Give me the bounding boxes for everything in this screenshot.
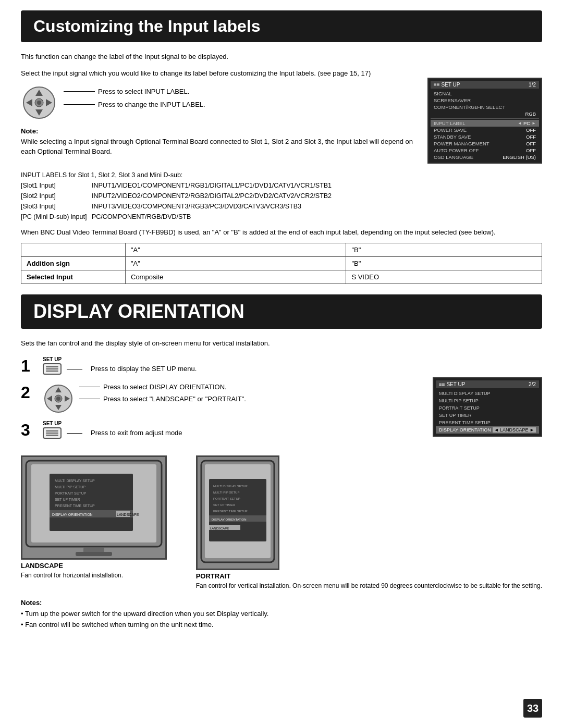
svg-point-13	[56, 397, 60, 401]
step3-menu-line-1	[46, 430, 58, 431]
remote-arrows-icon	[21, 84, 57, 121]
step2-text2: Press to select "LANDSCAPE" or "PORTRAIT…	[103, 395, 246, 403]
step1-text: Press to display the SET UP menu.	[91, 364, 197, 374]
setup2-row-orientation: DISPLAY ORIENTATION ◄ LANDSCAPE ►	[436, 426, 539, 434]
section2-title: DISPLAY ORIENTATION	[33, 301, 530, 323]
input-labels-section: INPUT LABELS for Slot 1, Slot 2, Slot 3 …	[21, 170, 542, 222]
diagram-line-2	[64, 104, 95, 105]
note-title: Note:	[21, 127, 38, 135]
table-cell-addition-a: "A"	[126, 256, 346, 270]
setup-row-power-mgmt: POWER MANAGEMENTOFF	[431, 140, 539, 147]
setup2-row-4: SET UP TIMER	[436, 412, 539, 419]
landscape-screenshot: MULTI DISPLAY SETUP MULTI PIP SETUP PORT…	[21, 455, 167, 560]
note-item-2: • Fan control will be switched when turn…	[21, 621, 213, 628]
setup-row-standby: STANDBY SAVEOFF	[431, 133, 539, 140]
table-row-selected-input: Selected Input Composite S VIDEO	[21, 270, 542, 283]
intro-line1: This function can change the label of th…	[21, 52, 417, 62]
setup2-row-5: PRESENT TIME SETUP	[436, 419, 539, 426]
table-cell-addition-b: "B"	[346, 256, 542, 270]
menu-line-3	[46, 371, 58, 372]
svg-text:DISPLAY ORIENTATION: DISPLAY ORIENTATION	[52, 513, 93, 516]
notes-title: Notes:	[21, 599, 42, 607]
table-cell-empty	[21, 243, 126, 256]
setup-divider	[431, 118, 539, 119]
input-labels-title: INPUT LABELS for Slot 1, Slot 2, Slot 3 …	[21, 170, 542, 180]
svg-text:LANDSCAPE: LANDSCAPE	[210, 527, 229, 530]
setup-screenshot: ≡≡ SET UP 1/2 SIGNAL SCREENSAVER COMPONE…	[427, 78, 542, 164]
step2-line1	[79, 387, 100, 387]
setup-header: ≡≡ SET UP 1/2	[431, 81, 539, 89]
setup2-header-right: 2/2	[529, 381, 536, 387]
setup2-row-2: MULTI PIP SETUP	[436, 397, 539, 404]
step1-arrow-line	[67, 369, 82, 369]
addition-table: "A" "B" Addition sign "A" "B" Selected I…	[21, 243, 542, 284]
table-cell-b-header: "B"	[346, 243, 542, 256]
step3-arrow-line	[67, 433, 82, 434]
notes-section: Notes: • Turn up the power switch for th…	[21, 598, 542, 630]
portrait-section: MULTI DISPLAY SETUP MULTI PIP SETUP PORT…	[196, 455, 542, 590]
svg-point-6	[37, 101, 41, 105]
portrait-desc: Fan control for vertical installation. O…	[196, 581, 542, 590]
bnc-text: When BNC Dual Video Terminal Board (TY-F…	[21, 227, 542, 238]
svg-text:MULTI PIP SETUP: MULTI PIP SETUP	[213, 491, 239, 494]
page-number: 33	[523, 699, 542, 718]
setup-row-power-save: POWER SAVEOFF	[431, 127, 539, 133]
svg-text:PORTRAIT SETUP: PORTRAIT SETUP	[55, 491, 87, 495]
step2-label2: Press to select "LANDSCAPE" or "PORTRAIT…	[79, 395, 246, 403]
setup2-row-1: MULTI DISPLAY SETUP	[436, 390, 539, 397]
step2-label1: Press to select DISPLAY ORIENTATION.	[79, 383, 246, 391]
menu-line-1	[46, 366, 58, 367]
step3-row: 3 SET UP Press to exit from adjust mode	[21, 421, 424, 441]
portrait-tv-svg: MULTI DISPLAY SETUP MULTI PIP SETUP PORT…	[199, 458, 277, 567]
menu-line-2	[46, 368, 58, 369]
note-section: Note: While selecting a Input signal thr…	[21, 126, 417, 157]
step2-text1: Press to select DISPLAY ORIENTATION.	[103, 383, 227, 391]
svg-text:DISPLAY ORIENTATION: DISPLAY ORIENTATION	[212, 518, 247, 521]
table-cell-selected-svideo: S VIDEO	[346, 270, 542, 283]
table-row-addition-sign: Addition sign "A" "B"	[21, 256, 542, 270]
step1-row: 1 SET UP Press to display the SET UP men…	[21, 356, 424, 377]
bottom-screenshots-section: MULTI DISPLAY SETUP MULTI PIP SETUP PORT…	[21, 455, 542, 590]
step2-number: 2	[21, 384, 35, 401]
setup-header-left: ≡≡ SET UP	[434, 82, 460, 88]
svg-text:MULTI DISPLAY SETUP: MULTI DISPLAY SETUP	[55, 479, 95, 483]
section2-intro: Sets the fan control and the display sty…	[21, 338, 542, 349]
landscape-desc: Fan control for horizontal installation.	[21, 571, 180, 580]
intro-line2: Select the input signal which you would …	[21, 68, 417, 79]
step1-number: 1	[21, 357, 35, 374]
note-item-1: • Turn up the power switch for the upwar…	[21, 610, 268, 618]
step2-remote-area: Press to select DISPLAY ORIENTATION. Pre…	[43, 383, 424, 414]
svg-text:PRESENT TIME SETUP: PRESENT TIME SETUP	[213, 510, 248, 513]
table-cell-selected-composite: Composite	[126, 270, 346, 283]
setup-row-rgb: RGB	[431, 110, 539, 117]
table-cell-selected-label: Selected Input	[21, 270, 126, 283]
step3-menu-line-2	[46, 433, 58, 434]
note-body: While selecting a Input signal through O…	[21, 138, 413, 156]
section1-title-box: Customizing the Input labels	[21, 10, 542, 42]
landscape-section: MULTI DISPLAY SETUP MULTI PIP SETUP PORT…	[21, 455, 180, 590]
step3-menu-line-3	[46, 435, 58, 436]
diagram-line-1	[64, 91, 95, 92]
input-label-row-2: [Slot2 Input] INPUT2/VIDEO2/COMPONENT2/R…	[21, 191, 542, 201]
step2-remote-icon	[43, 383, 74, 414]
setup2-screenshot-wrapper: ≡≡ SET UP 2/2 MULTI DISPLAY SETUP MULTI …	[433, 377, 542, 447]
svg-text:MULTI DISPLAY SETUP: MULTI DISPLAY SETUP	[213, 485, 248, 488]
svg-text:MULTI PIP SETUP: MULTI PIP SETUP	[55, 485, 85, 489]
diagram-label-2: Press to change the INPUT LABEL.	[64, 101, 205, 108]
svg-text:SET UP TIMER: SET UP TIMER	[213, 503, 235, 507]
portrait-caption: PORTRAIT	[196, 572, 542, 580]
step1-icon-row: Press to display the SET UP menu.	[43, 363, 424, 375]
left-arrow-icon: ◄	[518, 121, 522, 126]
svg-rect-27	[76, 552, 112, 556]
portrait-screenshot: MULTI DISPLAY SETUP MULTI PIP SETUP PORT…	[196, 455, 279, 570]
step2-labels: Press to select DISPLAY ORIENTATION. Pre…	[79, 383, 246, 403]
setup-row-screensaver: SCREENSAVER	[431, 97, 539, 104]
diagram-label-1: Press to select INPUT LABEL.	[64, 88, 205, 95]
input-label-row-3: [Slot3 Input] INPUT3/VIDEO3/COMPONENT3/R…	[21, 201, 542, 212]
right-arrow-icon: ►	[532, 121, 536, 126]
step1-mini-label: SET UP	[43, 356, 424, 362]
setup-row-auto-power: AUTO POWER OFFOFF	[431, 147, 539, 154]
step3-mini-label: SET UP	[43, 421, 424, 426]
step2-line2	[79, 399, 100, 399]
step3-icon-row: Press to exit from adjust mode	[43, 427, 424, 439]
